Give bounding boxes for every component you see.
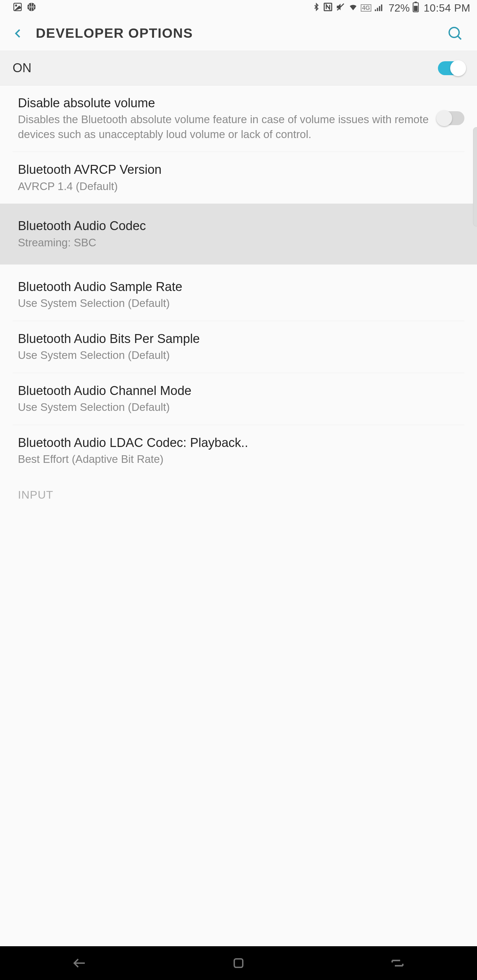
picture-icon: [13, 2, 22, 14]
app-bar: DEVELOPER OPTIONS: [0, 16, 477, 51]
master-toggle-row[interactable]: ON: [0, 51, 477, 86]
svg-rect-9: [415, 2, 417, 3]
svg-rect-7: [381, 4, 382, 11]
bluetooth-avrcp-row[interactable]: Bluetooth AVRCP Version AVRCP 1.4 (Defau…: [0, 152, 477, 204]
master-toggle-label: ON: [13, 61, 438, 75]
svg-point-11: [449, 27, 459, 37]
svg-rect-4: [375, 9, 376, 11]
row-subtitle: Use System Selection (Default): [18, 296, 464, 311]
signal-icon: [374, 2, 384, 14]
basketball-icon: [27, 2, 37, 14]
row-subtitle: AVRCP 1.4 (Default): [18, 179, 464, 194]
row-title: Bluetooth Audio Channel Mode: [18, 382, 464, 399]
bluetooth-audio-codec-row[interactable]: Bluetooth Audio Codec Streaming: SBC: [0, 204, 477, 264]
nav-recents-button[interactable]: [388, 954, 407, 972]
row-title: Bluetooth AVRCP Version: [18, 161, 464, 178]
svg-rect-6: [379, 6, 380, 11]
svg-rect-10: [414, 6, 417, 11]
4g-indicator: 4G: [361, 4, 371, 11]
row-title: Disable absolute volume: [18, 95, 430, 111]
row-title: Bluetooth Audio Sample Rate: [18, 278, 464, 295]
row-subtitle: Use System Selection (Default): [18, 400, 464, 415]
battery-icon: [412, 2, 419, 14]
status-bar: 4G 72% 10:54 PM: [0, 0, 477, 16]
settings-list: Disable absolute volume Disables the Blu…: [0, 86, 477, 504]
nav-back-button[interactable]: [70, 954, 89, 972]
bluetooth-sample-rate-row[interactable]: Bluetooth Audio Sample Rate Use System S…: [0, 264, 477, 321]
status-right-icons: 4G 72% 10:54 PM: [313, 2, 471, 14]
row-subtitle: Best Effort (Adaptive Bit Rate): [18, 452, 464, 467]
wifi-icon: [348, 2, 358, 14]
section-header-input: INPUT: [0, 476, 477, 504]
row-subtitle: Disables the Bluetooth absolute volume f…: [18, 112, 430, 142]
page-title: DEVELOPER OPTIONS: [36, 25, 446, 41]
back-button[interactable]: [10, 25, 27, 42]
navigation-bar: [0, 946, 477, 980]
svg-rect-5: [377, 8, 378, 11]
clock-text: 10:54 PM: [424, 2, 471, 14]
bluetooth-bits-per-sample-row[interactable]: Bluetooth Audio Bits Per Sample Use Syst…: [0, 321, 477, 373]
search-button[interactable]: [446, 24, 464, 43]
battery-percent: 72%: [389, 2, 410, 14]
bluetooth-icon: [313, 2, 320, 14]
mute-icon: [335, 2, 346, 14]
bluetooth-ldac-row[interactable]: Bluetooth Audio LDAC Codec: Playback.. B…: [0, 425, 477, 477]
svg-point-1: [16, 5, 17, 6]
scroll-handle[interactable]: [473, 127, 477, 226]
nav-home-button[interactable]: [229, 954, 248, 972]
row-title: Bluetooth Audio Bits Per Sample: [18, 331, 464, 347]
nfc-icon: [323, 2, 333, 14]
row-subtitle: Streaming: SBC: [18, 235, 464, 250]
master-switch[interactable]: [438, 61, 464, 75]
bluetooth-channel-mode-row[interactable]: Bluetooth Audio Channel Mode Use System …: [0, 373, 477, 425]
row-title: Bluetooth Audio Codec: [18, 218, 464, 234]
absolute-volume-switch[interactable]: [438, 111, 464, 125]
row-subtitle: Use System Selection (Default): [18, 348, 464, 363]
row-title: Bluetooth Audio LDAC Codec: Playback..: [18, 434, 464, 451]
disable-absolute-volume-row[interactable]: Disable absolute volume Disables the Blu…: [0, 86, 477, 152]
status-left-icons: [13, 2, 37, 14]
svg-rect-12: [234, 959, 243, 967]
